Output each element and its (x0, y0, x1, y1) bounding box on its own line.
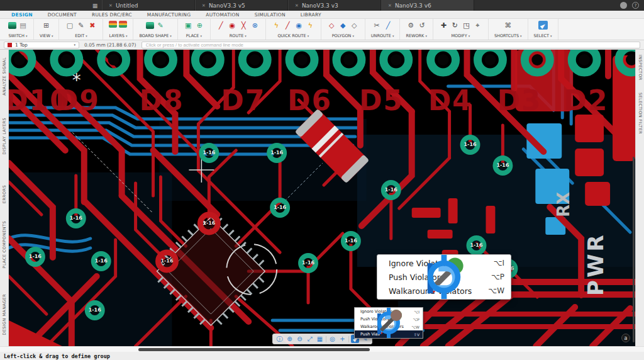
left-panel-place-components[interactable]: PLACE COMPONENTS (2, 221, 7, 268)
tab-close-icon[interactable]: ✕ (202, 3, 206, 8)
quick-route-via-icon[interactable]: ◉ (294, 21, 304, 30)
place-add-icon[interactable]: ⊕ (195, 21, 204, 30)
modify-move-icon[interactable]: ✚ (439, 21, 448, 30)
svg-text:D3: D3 (497, 84, 541, 116)
zoom-out-icon[interactable]: ⊖ (296, 335, 304, 343)
menu-item-design[interactable]: DESIGN (11, 12, 33, 18)
add-icon[interactable]: + (338, 335, 347, 343)
left-panel-display-layers[interactable]: DISPLAY LAYERS (2, 118, 7, 155)
toolbar-group-label[interactable]: EDIT▾ (75, 33, 87, 38)
popup-item-push-vias[interactable]: Push Vias⇧V (355, 330, 423, 338)
menu-item-document[interactable]: DOCUMENT (48, 12, 77, 18)
switch-pcb-icon[interactable] (8, 22, 16, 29)
horizontal-scrollbar[interactable] (0, 346, 644, 352)
zoom-in-icon[interactable]: ⊕ (286, 335, 294, 343)
snap-icon[interactable]: ◎ (328, 335, 336, 343)
toolbar-group-label[interactable]: SHORTCUTS▾ (494, 33, 522, 38)
toolbar-group-label[interactable]: VIEW▾ (40, 33, 53, 38)
modify-rotate-icon[interactable]: ↻ (450, 21, 460, 30)
svg-text:1-16: 1-16 (345, 238, 357, 244)
svg-text:1-16: 1-16 (274, 205, 286, 210)
document-tab[interactable]: ✕Untitled (102, 0, 195, 11)
toolbar-group-label[interactable]: QUICK ROUTE▾ (277, 33, 309, 38)
layers-stack-icon[interactable] (109, 21, 117, 28)
left-panel-design-manager[interactable]: DESIGN MANAGER (2, 294, 7, 335)
board-shape-edit-icon[interactable]: ✎ (156, 21, 165, 30)
toolbar-group-label[interactable]: POLYGON▾ (332, 33, 354, 38)
toolbar-group-label[interactable]: UNROUTE▾ (371, 33, 394, 38)
modify-align-icon[interactable]: ◳ (462, 21, 471, 30)
quick-route-trace-icon[interactable]: ╱ (283, 21, 292, 30)
toolbar-group-label[interactable]: SELECT▾ (534, 33, 552, 38)
svg-text:D5: D5 (359, 84, 404, 116)
routing-mode-popup: Ignore Violators⌥IPush Violators⌥PWalkar… (354, 307, 423, 339)
info-icon[interactable]: ⓘ (275, 335, 284, 343)
rework-undo-icon[interactable]: ↺ (418, 21, 427, 30)
route-bus-icon[interactable]: ⊗ (250, 21, 260, 30)
edit-pencil-icon[interactable]: ✎ (76, 21, 86, 30)
modify-snap-icon[interactable]: ⌖ (473, 21, 482, 30)
edit-copy-icon[interactable]: ▢ (65, 21, 74, 30)
document-tab[interactable]: ✕NanoV3.3 v3 (288, 0, 381, 11)
chevron-down-icon: ▾ (74, 43, 75, 47)
tab-close-icon[interactable]: ✕ (109, 3, 113, 8)
route-via-icon[interactable]: ◉ (228, 21, 237, 30)
menu-item-automation[interactable]: AUTOMATION (206, 12, 239, 18)
tab-close-icon[interactable]: ✕ (295, 3, 299, 8)
tab-label: Untitled (116, 3, 138, 9)
grid-settings-icon[interactable]: ▦ (316, 335, 324, 343)
left-panel-errors[interactable]: ERRORS (2, 185, 7, 203)
zoom-fit-icon[interactable]: ⤢ (306, 335, 314, 343)
svg-text:*: * (72, 70, 81, 91)
toolbar-group-label[interactable]: REWORK▾ (406, 33, 426, 38)
user-avatar[interactable] (620, 2, 627, 9)
board-shape-icon[interactable] (146, 22, 154, 29)
main-toolbar: ▤SWITCH▾⊞VIEW▾▢✎✖EDIT▾LAYERS▾✎BOARD SHAP… (0, 19, 644, 40)
menu-item-simulation[interactable]: SIMULATION (255, 12, 286, 18)
route-trace-icon[interactable]: ╱ (216, 21, 226, 30)
edit-delete-icon[interactable]: ✖ (87, 21, 97, 30)
toolbar-group-label[interactable]: PLACE▾ (186, 33, 202, 38)
switch-doc-icon[interactable]: ▤ (18, 21, 28, 30)
help-icon[interactable]: ? (632, 2, 639, 9)
pcb-canvas[interactable]: 1-161-161-161-161-161-161-161-161-161-16… (9, 50, 635, 346)
command-line-input[interactable] (142, 42, 641, 48)
unroute-segment-icon[interactable]: ╱ (384, 21, 393, 30)
assistant-icon[interactable]: a (621, 334, 630, 342)
layer-selector[interactable]: 1 Top ▾ (4, 42, 79, 48)
toolbar-group-label[interactable]: SWITCH▾ (8, 33, 27, 38)
right-panel-selection-filter[interactable]: SELECTION FILTER (638, 93, 643, 134)
rework-tool-icon[interactable]: ⚙ (406, 21, 416, 30)
toolbar-group-label[interactable]: ROUTE▾ (230, 33, 247, 38)
route-diff-pair-icon[interactable]: ╳ (239, 21, 248, 30)
menu-item-rules-drc-erc[interactable]: RULES DRC/ERC (92, 12, 132, 18)
workspace-menubar: DESIGNDOCUMENTRULES DRC/ERCMANUFACTURING… (0, 11, 644, 19)
app-grid-icon[interactable]: ▦ (88, 0, 102, 11)
polygon-edit-icon[interactable]: ◇ (350, 21, 359, 30)
shortcuts-icon[interactable]: ⌘ (503, 21, 513, 30)
toolbar-group-layers: LAYERS▾ (103, 19, 133, 40)
select-cursor-icon[interactable]: ► (538, 21, 548, 30)
place-component-icon[interactable]: ▣ (184, 21, 193, 30)
polygon-pour-icon[interactable]: ◆ (338, 21, 348, 30)
layer-settings-icon[interactable] (119, 21, 127, 28)
view-grid-icon[interactable]: ⊞ (42, 21, 51, 30)
document-tab[interactable]: ✕NanoV3.3 v5 (195, 0, 288, 11)
document-tab[interactable]: ✕NanoV3.3 v6 (381, 0, 474, 11)
quick-route-auto-icon[interactable]: ϟ (306, 21, 315, 30)
horizontal-scrollbar-thumb[interactable] (138, 348, 370, 351)
toolbar-group-label[interactable]: LAYERS▾ (109, 33, 127, 38)
toolbar-group-select: ►SELECT▾ (528, 19, 558, 40)
toolbar-group-label[interactable]: BOARD SHAPE▾ (139, 33, 171, 38)
menu-item-manufacturing[interactable]: MANUFACTURING (147, 12, 191, 18)
menu-item-library[interactable]: LIBRARY (301, 12, 321, 18)
left-panel-analyze-signal[interactable]: ANALYZE SIGNAL (2, 57, 7, 96)
polygon-draw-icon[interactable]: ◇ (327, 21, 336, 30)
toolbar-group-label[interactable]: MODIFY▾ (451, 33, 470, 38)
unroute-icon[interactable]: ✂ (372, 21, 382, 30)
vertical-scrollbar-thumb[interactable] (633, 157, 635, 342)
quick-route-icon[interactable]: ϟ (272, 21, 281, 30)
context-menu-item-walkaround-violators[interactable]: Walkaround Violators⌥W (377, 284, 511, 298)
tab-close-icon[interactable]: ✕ (388, 3, 392, 8)
right-panel-inspector[interactable]: INSPECTOR (638, 55, 643, 81)
